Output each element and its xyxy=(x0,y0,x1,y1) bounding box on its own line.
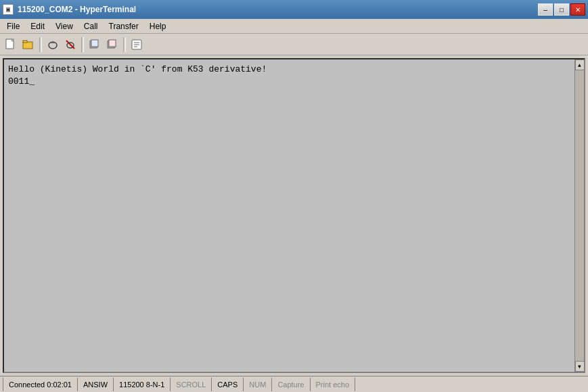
menu-bar: File Edit View Call Transfer Help xyxy=(0,19,588,34)
toolbar-sep-3 xyxy=(123,37,126,52)
properties-icon xyxy=(131,39,143,51)
title-bar-buttons: – □ ✕ xyxy=(538,3,585,16)
main-area: Hello (Kinetis) World in `C' from K53 de… xyxy=(0,55,588,376)
terminal-container[interactable]: Hello (Kinetis) World in `C' from K53 de… xyxy=(3,58,585,373)
receive-button[interactable] xyxy=(104,36,120,53)
num-status: NUM xyxy=(244,378,272,391)
ansi-status: ANSIW xyxy=(78,378,114,391)
terminal-output: Hello (Kinetis) World in `C' from K53 de… xyxy=(4,59,574,372)
scroll-track[interactable] xyxy=(575,70,585,361)
toolbar xyxy=(0,34,588,55)
capture-status: Capture xyxy=(272,378,310,391)
send-button[interactable] xyxy=(87,36,103,53)
toolbar-sep-2 xyxy=(81,37,84,52)
terminal-line-2: 0011_ xyxy=(8,76,570,88)
open-file-button[interactable] xyxy=(20,36,37,53)
disconnect-button[interactable] xyxy=(62,36,78,53)
dial-button[interactable] xyxy=(45,36,61,53)
receive-icon xyxy=(106,39,118,51)
title-bar: ▣ 115200_COM2 - HyperTerminal – □ ✕ xyxy=(0,0,588,19)
menu-call[interactable]: Call xyxy=(78,20,104,32)
print-echo-status: Print echo xyxy=(311,378,356,391)
window-title: 115200_COM2 - HyperTerminal xyxy=(18,5,136,14)
menu-view[interactable]: View xyxy=(50,20,78,32)
send-icon xyxy=(89,39,101,51)
title-bar-left: ▣ 115200_COM2 - HyperTerminal xyxy=(3,4,136,15)
svg-rect-12 xyxy=(109,40,116,47)
scroll-up-button[interactable]: ▲ xyxy=(575,59,585,70)
baud-status: 115200 8-N-1 xyxy=(114,378,171,391)
properties-button[interactable] xyxy=(129,36,145,53)
dial-icon xyxy=(47,39,59,51)
status-bar: Connected 0:02:01 ANSIW 115200 8-N-1 SCR… xyxy=(0,376,588,392)
app-icon: ▣ xyxy=(3,4,14,15)
vertical-scrollbar[interactable]: ▲ ▼ xyxy=(574,59,584,372)
close-button[interactable]: ✕ xyxy=(570,3,585,16)
terminal-line-1: Hello (Kinetis) World in `C' from K53 de… xyxy=(8,64,570,76)
scroll-down-button[interactable]: ▼ xyxy=(575,361,585,372)
open-file-icon xyxy=(22,39,35,51)
maximize-button[interactable]: □ xyxy=(554,3,569,16)
minimize-button[interactable]: – xyxy=(538,3,553,16)
toolbar-sep-1 xyxy=(39,37,42,52)
scroll-status: SCROLL xyxy=(171,378,212,391)
menu-file[interactable]: File xyxy=(1,20,25,32)
svg-rect-3 xyxy=(23,41,27,43)
menu-edit[interactable]: Edit xyxy=(25,20,50,32)
menu-transfer[interactable]: Transfer xyxy=(104,20,144,32)
connected-status: Connected 0:02:01 xyxy=(3,378,78,391)
caps-status: CAPS xyxy=(212,378,244,391)
disconnect-icon xyxy=(64,39,76,51)
new-file-button[interactable] xyxy=(3,36,19,53)
svg-rect-9 xyxy=(91,40,98,47)
new-file-icon xyxy=(5,39,17,51)
menu-help[interactable]: Help xyxy=(144,20,172,32)
